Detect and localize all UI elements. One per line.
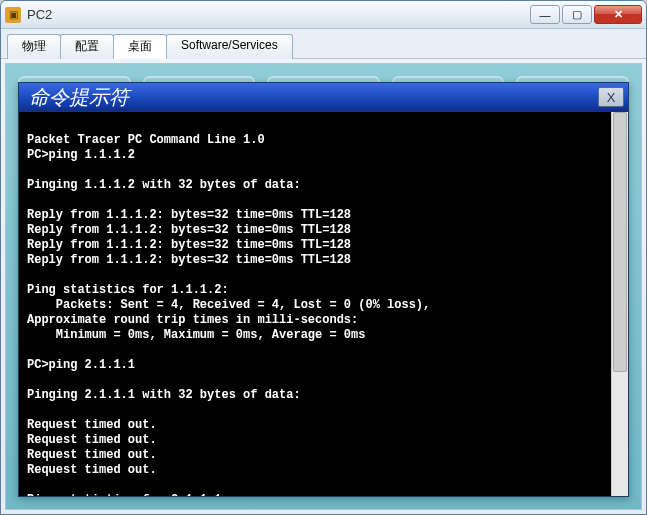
command-prompt-close-button[interactable]: X [598,87,624,107]
command-prompt-body-wrap: Packet Tracer PC Command Line 1.0 PC>pin… [19,111,628,496]
desktop-content: 命令提示符 X Packet Tracer PC Command Line 1.… [5,63,642,510]
command-prompt-output[interactable]: Packet Tracer PC Command Line 1.0 PC>pin… [19,112,611,496]
tab-software-services[interactable]: Software/Services [166,34,293,59]
tab-config[interactable]: 配置 [60,34,114,59]
app-window: ▣ PC2 — ▢ ✕ 物理 配置 桌面 Software/Services 命… [0,0,647,515]
window-title: PC2 [27,7,530,22]
titlebar[interactable]: ▣ PC2 — ▢ ✕ [1,1,646,29]
scrollbar[interactable] [611,112,628,496]
app-icon: ▣ [5,7,21,23]
tab-physical[interactable]: 物理 [7,34,61,59]
command-prompt-titlebar[interactable]: 命令提示符 X [19,83,628,111]
command-prompt-title: 命令提示符 [29,84,598,111]
maximize-button[interactable]: ▢ [562,5,592,24]
tab-desktop[interactable]: 桌面 [113,34,167,59]
close-button[interactable]: ✕ [594,5,642,24]
command-prompt-window: 命令提示符 X Packet Tracer PC Command Line 1.… [18,82,629,497]
tab-bar: 物理 配置 桌面 Software/Services [1,29,646,59]
window-controls: — ▢ ✕ [530,5,642,24]
scrollbar-thumb[interactable] [613,112,627,372]
minimize-button[interactable]: — [530,5,560,24]
